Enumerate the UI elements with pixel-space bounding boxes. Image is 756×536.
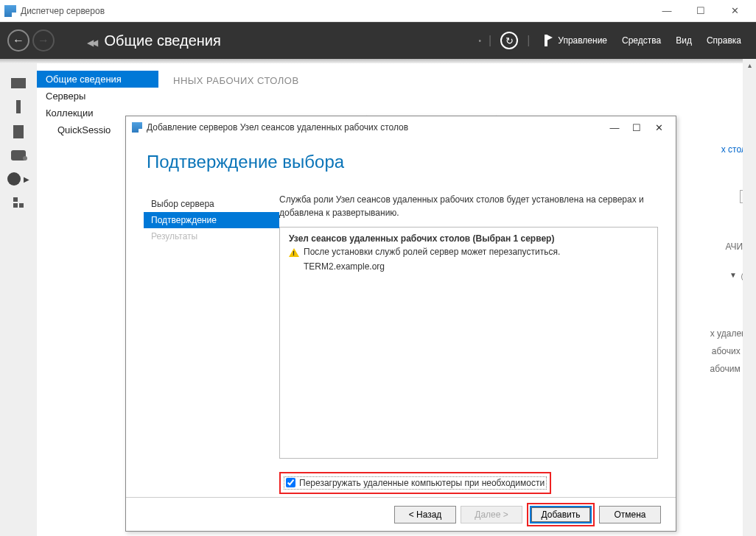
refresh-icon[interactable]: ↻ xyxy=(500,32,518,49)
expand-arrow-icon: ▶ xyxy=(24,175,29,183)
step-confirmation[interactable]: Подтверждение xyxy=(144,212,279,228)
dialog-body: Выбор сервера Подтверждение Результаты С… xyxy=(126,178,676,497)
dialog-panel: Служба роли Узел сеансов удаленных рабоч… xyxy=(279,178,658,497)
breadcrumb-chevron-icon: ◀◀ xyxy=(87,38,96,48)
warning-icon xyxy=(289,248,299,257)
dialog-titlebar: Добавление серверов Узел сеансов удаленн… xyxy=(126,116,676,138)
dialog-close-button[interactable]: ✕ xyxy=(648,122,670,133)
dialog-maximize-button[interactable]: ☐ xyxy=(626,122,648,133)
rail-rds-icon xyxy=(7,172,21,186)
close-button[interactable]: ✕ xyxy=(718,0,752,22)
main-titlebar: Диспетчер серверов — ☐ ✕ xyxy=(0,0,756,22)
step-select-server[interactable]: Выбор сервера xyxy=(144,196,279,212)
restart-checkbox-row: Перезагружать удаленные компьютеры при н… xyxy=(279,472,658,495)
rail-storage-icon[interactable] xyxy=(11,150,26,161)
server-name: TERM2.example.org xyxy=(289,261,648,272)
header-bar: ← → ◀◀ Общие сведения • | ↻ | Управление… xyxy=(0,22,756,59)
box-heading: Узел сеансов удаленных рабочих столов (В… xyxy=(289,233,648,244)
dialog-description: Служба роли Узел сеансов удаленных рабоч… xyxy=(279,193,658,219)
cancel-button[interactable]: Отмена xyxy=(599,506,661,523)
dialog-title: Добавление серверов Узел сеансов удаленн… xyxy=(147,122,408,133)
scroll-up-button[interactable]: ▴ xyxy=(743,59,756,72)
step-results: Результаты xyxy=(144,228,279,244)
add-servers-dialog: Добавление серверов Узел сеансов удаленн… xyxy=(125,116,676,532)
restart-checkbox-label[interactable]: Перезагружать удаленные компьютеры при н… xyxy=(284,476,547,490)
page-title: ◀◀ Общие сведения xyxy=(87,32,478,49)
dialog-minimize-button[interactable]: — xyxy=(603,122,626,133)
dialog-footer: < Назад Далее > Добавить Отмена xyxy=(126,497,676,531)
maximize-button[interactable]: ☐ xyxy=(684,0,718,22)
highlight-box: Добавить xyxy=(527,503,595,526)
rail-rds-row[interactable]: ▶ xyxy=(7,172,29,186)
nav-forward-button: → xyxy=(32,29,55,52)
warning-row: После установки служб ролей сервер может… xyxy=(289,247,648,257)
next-button: Далее > xyxy=(461,506,522,523)
sidebar-item-overview[interactable]: Общие сведения xyxy=(37,71,158,88)
highlight-box: Перезагружать удаленные компьютеры при н… xyxy=(279,472,551,495)
vertical-scrollbar[interactable]: ▴ xyxy=(743,59,756,536)
page-title-text: Общие сведения xyxy=(105,32,221,49)
nav-back-button[interactable]: ← xyxy=(7,29,29,52)
tasks-label: АЧИ xyxy=(725,241,743,252)
server-list-box: Узел сеансов удаленных рабочих столов (В… xyxy=(279,227,658,459)
dropdown-chevron-icon[interactable]: ▼ xyxy=(729,271,737,283)
dropdown-bullet-icon: • xyxy=(478,37,481,45)
wizard-steps: Выбор сервера Подтверждение Результаты xyxy=(144,178,279,497)
notifications-flag-icon[interactable] xyxy=(545,35,547,46)
menu-manage[interactable]: Управление xyxy=(558,35,607,46)
section-heading: ННЫХ РАБОЧИХ СТОЛОВ xyxy=(173,75,741,86)
menu-help[interactable]: Справка xyxy=(707,35,741,46)
restart-checkbox-text: Перезагружать удаленные компьютеры при н… xyxy=(299,478,545,488)
back-button[interactable]: < Назад xyxy=(394,506,456,523)
app-icon xyxy=(4,5,16,17)
minimize-button[interactable]: — xyxy=(650,0,684,22)
restart-checkbox[interactable] xyxy=(286,478,295,487)
rail-local-server-icon[interactable] xyxy=(16,100,21,113)
separator: | xyxy=(489,34,491,47)
icon-rail: ▶ xyxy=(0,63,37,536)
menu-view[interactable]: Вид xyxy=(676,35,692,46)
rail-tree-icon[interactable] xyxy=(13,197,24,209)
dialog-heading: Подтверждение выбора xyxy=(126,138,676,178)
sidebar-item-servers[interactable]: Серверы xyxy=(37,88,158,105)
warning-text: После установки служб ролей сервер может… xyxy=(304,247,560,257)
separator: | xyxy=(527,34,530,47)
menu-tools[interactable]: Средства xyxy=(622,35,661,46)
add-button[interactable]: Добавить xyxy=(530,506,592,523)
window-title: Диспетчер серверов xyxy=(21,6,650,16)
rail-all-servers-icon[interactable] xyxy=(13,125,24,138)
dialog-icon xyxy=(132,122,142,133)
rail-dashboard-icon[interactable] xyxy=(11,78,26,88)
